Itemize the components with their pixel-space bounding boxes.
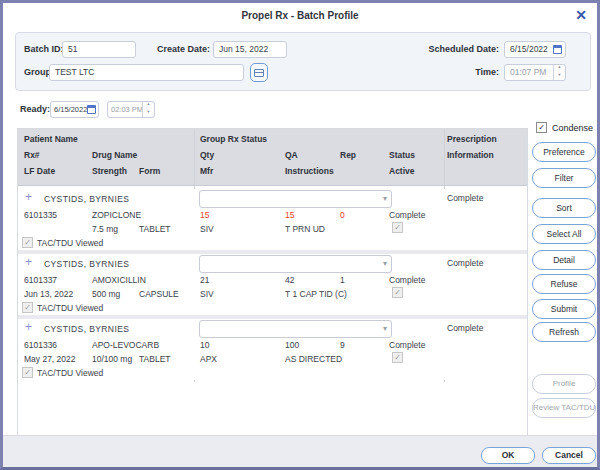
table-row[interactable]: + CYSTIDS, BYRNIES ▾ Complete 6101337 AM… (18, 254, 527, 315)
ready-date-field[interactable]: 6/15/2022 (50, 101, 99, 118)
drug-name: APO-LEVOCARB (92, 340, 159, 350)
form: TABLET (139, 224, 171, 234)
condense-label: Condense (552, 123, 593, 133)
preference-button[interactable]: Preference (532, 142, 596, 162)
instructions: T PRN UD (285, 224, 325, 234)
active-checkbox[interactable]: ✓ (392, 352, 403, 363)
review-tac-tdu-button: Review TAC/TDU (532, 398, 596, 418)
batch-id-label: Batch ID: (24, 44, 64, 54)
spinner-down-icon: ▾ (554, 73, 565, 81)
condense-checkbox[interactable]: ✓ (536, 122, 547, 133)
ready-label: Ready: (20, 104, 50, 114)
tac-tdu-checkbox[interactable]: ✓ (22, 367, 33, 378)
col-drug-name: Drug Name (92, 150, 137, 160)
status-value: Complete (389, 210, 425, 220)
time-spinner[interactable]: ▴▾ (142, 102, 154, 117)
group-field[interactable]: TEST LTC (49, 64, 244, 81)
select-all-button[interactable]: Select All (532, 224, 596, 244)
col-instructions: Instructions (285, 166, 334, 176)
calendar-icon[interactable] (553, 45, 562, 54)
expand-plus-icon[interactable]: + (25, 320, 32, 334)
mfr: SIV (200, 224, 214, 234)
prescription-info: Complete (447, 323, 483, 333)
tac-tdu-label: TAC/TDU Viewed (37, 303, 103, 313)
ready-time-field: 02:03 PM ▴▾ (107, 101, 155, 118)
refresh-button[interactable]: Refresh (532, 322, 596, 342)
expand-plus-icon[interactable]: + (25, 190, 32, 204)
batch-rx-table: Patient Name Rx# LF Date Drug Name Stren… (17, 128, 528, 438)
col-patient-name: Patient Name (24, 134, 78, 144)
profile-button: Profile (532, 374, 596, 394)
col-qa: QA (285, 150, 298, 160)
lf-date: Jun 13, 2022 (24, 289, 73, 299)
form: CAPSULE (139, 289, 179, 299)
col-information: Information (447, 150, 494, 160)
drug-name: AMOXICILLIN (92, 275, 146, 285)
prescription-info: Complete (447, 258, 483, 268)
active-checkbox[interactable]: ✓ (392, 287, 403, 298)
table-row[interactable]: + CYSTIDS, BYRNIES ▾ Complete 6101335 ZO… (18, 189, 527, 250)
dialog-title: Propel Rx - Batch Profile (3, 10, 597, 21)
create-date-label: Create Date: (157, 44, 210, 54)
col-strength: Strength (92, 166, 127, 176)
submit-button[interactable]: Submit (532, 299, 596, 319)
time-field: 01:07 PM ▴▾ (504, 64, 566, 81)
col-form: Form (139, 166, 160, 176)
scheduled-date-field[interactable]: 6/15/2022 (504, 41, 566, 58)
col-rep: Rep (340, 150, 356, 160)
group-rx-status-dropdown[interactable]: ▾ (199, 320, 392, 338)
chevron-down-icon: ▾ (383, 194, 387, 203)
instructions: AS DIRECTED (285, 354, 342, 364)
expand-plus-icon[interactable]: + (25, 255, 32, 269)
ok-button[interactable]: OK (481, 447, 535, 464)
mfr: SIV (200, 289, 214, 299)
ready-date-value: 6/15/2022 (54, 105, 87, 114)
status-value: Complete (389, 275, 425, 285)
rep-value: 1 (340, 275, 345, 285)
batch-id-field[interactable]: 51 (62, 41, 136, 58)
tac-tdu-checkbox[interactable]: ✓ (22, 237, 33, 248)
time-spinner[interactable]: ▴▾ (553, 65, 565, 80)
table-header: Patient Name Rx# LF Date Drug Name Stren… (18, 129, 527, 186)
chevron-down-icon: ▾ (383, 259, 387, 268)
calendar-icon[interactable] (87, 105, 96, 114)
col-active: Active (389, 166, 415, 176)
qa-value: 100 (285, 340, 299, 350)
col-mfr: Mfr (200, 166, 213, 176)
ready-row: Ready: 6/15/2022 02:03 PM ▴▾ (3, 91, 533, 125)
patient-name: CYSTIDS, BYRNIES (44, 259, 129, 269)
qty-value: 21 (200, 275, 209, 285)
tac-tdu-label: TAC/TDU Viewed (37, 238, 103, 248)
scheduled-date-value: 6/15/2022 (510, 44, 548, 54)
refuse-button[interactable]: Refuse (532, 274, 596, 294)
scheduled-date-label: Scheduled Date: (396, 44, 499, 54)
batch-profile-dialog: Propel Rx - Batch Profile ✕ Batch ID: 51… (0, 0, 600, 470)
tac-tdu-checkbox[interactable]: ✓ (22, 302, 33, 313)
strength: 500 mg (92, 289, 120, 299)
sort-button[interactable]: Sort (532, 198, 596, 218)
ready-time-value: 02:03 PM (111, 105, 143, 114)
filter-button[interactable]: Filter (532, 168, 596, 188)
group-lookup-button[interactable] (250, 63, 268, 82)
group-rx-status-dropdown[interactable]: ▾ (199, 190, 392, 208)
time-label: Time: (396, 67, 499, 77)
dialog-footer: OK Cancel (3, 435, 597, 467)
table-row[interactable]: + CYSTIDS, BYRNIES ▾ Complete 6101336 AP… (18, 319, 527, 380)
rep-value: 0 (340, 210, 345, 220)
detail-button[interactable]: Detail (532, 250, 596, 270)
drug-name: ZOPICLONE (92, 210, 141, 220)
patient-name: CYSTIDS, BYRNIES (44, 194, 129, 204)
rep-value: 9 (340, 340, 345, 350)
rx-number: 6101335 (24, 210, 57, 220)
title-bar: Propel Rx - Batch Profile ✕ (3, 3, 597, 29)
instructions: T 1 CAP TID (C) (285, 289, 347, 299)
close-icon[interactable]: ✕ (575, 7, 587, 23)
cancel-button[interactable]: Cancel (542, 447, 596, 464)
strength: 10/100 mg (92, 354, 132, 364)
chevron-down-icon: ▾ (383, 324, 387, 333)
col-rx: Rx# (24, 150, 40, 160)
col-prescription: Prescription (447, 134, 497, 144)
active-checkbox[interactable]: ✓ (392, 222, 403, 233)
create-date-field[interactable]: Jun 15, 2022 (213, 41, 287, 58)
group-rx-status-dropdown[interactable]: ▾ (199, 255, 392, 273)
